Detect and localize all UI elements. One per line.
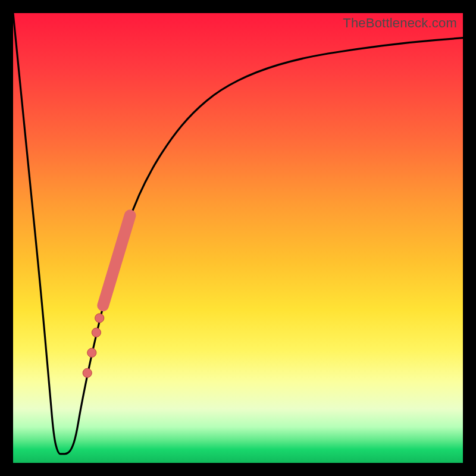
chart-svg <box>13 13 463 463</box>
bottleneck-curve <box>13 13 463 454</box>
plot-area: TheBottleneck.com <box>13 13 463 463</box>
chart-frame: TheBottleneck.com <box>0 0 476 476</box>
highlight-dot <box>87 348 96 357</box>
highlight-dot <box>83 368 92 377</box>
highlight-segment <box>103 215 130 305</box>
marker-layer <box>83 215 130 377</box>
highlight-dot <box>95 314 104 322</box>
highlight-dot <box>92 328 101 337</box>
